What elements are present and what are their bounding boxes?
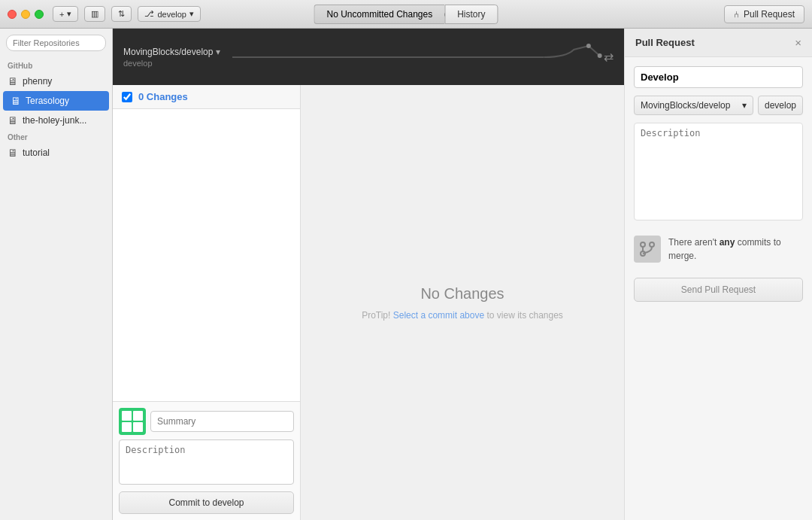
- tab-history[interactable]: History: [444, 5, 498, 24]
- no-changes-title: No Changes: [420, 285, 504, 303]
- branch-selector[interactable]: ⎇ develop ▾: [138, 6, 201, 22]
- main-tab-group: No Uncommitted Changes History: [314, 5, 498, 24]
- diff-icon: ⇅: [118, 9, 125, 19]
- graph-line-area: [232, 42, 604, 72]
- hint-link[interactable]: Select a commit above: [393, 310, 484, 321]
- chevron-down-icon: ▾: [189, 9, 194, 19]
- commit-button[interactable]: Commit to develop: [119, 491, 294, 514]
- add-button[interactable]: + ▾: [53, 6, 78, 22]
- close-button[interactable]: [8, 10, 17, 19]
- branch-dropdown-icon: ▾: [216, 47, 220, 57]
- changes-panel: 0 Changes: [113, 85, 301, 520]
- sidebar-item-the-holey-junk[interactable]: 🖥 the-holey-junk...: [0, 111, 112, 130]
- layout-button[interactable]: ▥: [84, 6, 105, 22]
- hint-protip: ProTip!: [362, 310, 393, 321]
- monitor-icon: 🖥: [8, 75, 18, 87]
- commit-icon-summary-row: [119, 408, 294, 435]
- repo-name-terasology: Terasology: [26, 96, 69, 106]
- pr-title-input[interactable]: [634, 66, 803, 88]
- pr-no-commits-bold: any: [720, 237, 735, 248]
- branch-name-tag: MovingBlocks/develop ▾: [123, 47, 220, 57]
- changes-list: [113, 109, 300, 401]
- description-textarea[interactable]: [119, 439, 294, 485]
- commit-form: Commit to develop: [113, 401, 300, 520]
- sidebar: GitHub 🖥 phenny 🖥 Terasology 🖥 the-holey…: [0, 29, 113, 520]
- pr-no-commits-prefix: There aren't: [668, 237, 720, 248]
- maximize-button[interactable]: [35, 10, 44, 19]
- chevron-down-icon: ▾: [742, 100, 747, 111]
- branch-name: develop: [157, 10, 186, 19]
- filter-repos-container: [6, 35, 106, 51]
- changes-count[interactable]: 0 Changes: [138, 91, 188, 102]
- pr-branch-row: MovingBlocks/develop ▾ develop: [634, 96, 803, 115]
- title-bar-right: ⑃ Pull Request: [724, 5, 804, 23]
- monitor-icon-active: 🖥: [11, 95, 21, 107]
- pr-panel-title: Pull Request: [635, 37, 695, 48]
- app-body: GitHub 🖥 phenny 🖥 Terasology 🖥 the-holey…: [0, 29, 812, 520]
- changes-header: 0 Changes: [113, 85, 300, 109]
- svg-point-3: [641, 242, 645, 247]
- pr-branch-from-selector[interactable]: MovingBlocks/develop ▾: [634, 96, 753, 115]
- no-changes-hint: ProTip! Select a commit above to view it…: [362, 310, 563, 321]
- svg-point-1: [586, 44, 591, 48]
- repo-name-tutorial: tutorial: [23, 147, 50, 158]
- diff-button[interactable]: ⇅: [111, 6, 132, 22]
- svg-point-4: [650, 242, 654, 247]
- chevron-down-icon: ▾: [67, 9, 71, 19]
- commit-icon-q4: [133, 422, 143, 432]
- merge-svg: [638, 240, 656, 258]
- plus-icon: +: [59, 10, 64, 19]
- pr-description-textarea[interactable]: [634, 123, 803, 220]
- minimize-button[interactable]: [21, 10, 30, 19]
- sync-icon[interactable]: ⇄: [604, 50, 614, 64]
- pr-no-commits-text: There aren't any commits to merge.: [668, 236, 803, 263]
- branch-icon: ⎇: [144, 9, 154, 19]
- pr-no-commits-section: There aren't any commits to merge.: [634, 228, 803, 270]
- toolbar-controls: + ▾ ▥ ⇅ ⎇ develop ▾: [53, 6, 201, 22]
- select-all-checkbox[interactable]: [122, 92, 132, 102]
- tab-uncommitted[interactable]: No Uncommitted Changes: [314, 5, 444, 24]
- sidebar-item-tutorial[interactable]: 🖥 tutorial: [0, 143, 112, 163]
- commit-icon-q3: [122, 422, 132, 432]
- summary-input[interactable]: [150, 411, 294, 432]
- pr-merge-icon: [634, 236, 661, 263]
- graph-area: MovingBlocks/develop ▾ develop ⇄: [113, 29, 624, 85]
- repo-name-phenny: phenny: [23, 76, 52, 87]
- sidebar-item-terasology[interactable]: 🖥 Terasology: [3, 91, 109, 111]
- other-section-label: Other: [0, 130, 112, 143]
- branch-label-area: MovingBlocks/develop ▾ develop: [123, 47, 220, 68]
- repo-name-holey: the-holey-junk...: [23, 115, 86, 126]
- window-controls: [8, 10, 44, 19]
- diff-area: No Changes ProTip! Select a commit above…: [301, 85, 624, 520]
- commit-icon-q1: [122, 411, 132, 421]
- pr-branch-into: develop: [758, 96, 803, 115]
- center-panel: MovingBlocks/develop ▾ develop ⇄: [113, 29, 624, 520]
- monitor-icon-2: 🖥: [8, 114, 18, 126]
- branch-develop-label: develop: [123, 59, 220, 68]
- title-bar: + ▾ ▥ ⇅ ⎇ develop ▾ 📁 mjuvekar7/Terasolo…: [0, 0, 812, 29]
- branch-path: MovingBlocks/develop: [123, 47, 213, 57]
- sidebar-item-phenny[interactable]: 🖥 phenny: [0, 71, 112, 91]
- pr-branch-from-label: MovingBlocks/develop: [641, 100, 730, 111]
- pr-body: MovingBlocks/develop ▾ develop: [625, 57, 812, 311]
- svg-point-2: [598, 53, 602, 58]
- pull-request-panel: Pull Request × MovingBlocks/develop ▾ de…: [624, 29, 812, 520]
- hint-suffix: to view its changes: [486, 310, 562, 321]
- send-pull-request-button[interactable]: Send Pull Request: [634, 278, 803, 302]
- graph-svg: [232, 42, 604, 72]
- github-section-label: GitHub: [0, 59, 112, 71]
- pr-panel-header: Pull Request ×: [625, 29, 812, 57]
- pr-close-button[interactable]: ×: [795, 36, 801, 49]
- pull-request-button[interactable]: ⑃ Pull Request: [724, 5, 804, 23]
- pull-request-icon: ⑃: [734, 9, 739, 20]
- commit-icon-q2: [133, 411, 143, 421]
- pull-request-label: Pull Request: [744, 9, 795, 20]
- monitor-icon-3: 🖥: [8, 147, 18, 159]
- changes-diff-row: 0 Changes: [113, 85, 624, 520]
- layout-icon: ▥: [91, 9, 98, 19]
- filter-repos-input[interactable]: [6, 35, 106, 51]
- commit-icon-box: [119, 408, 146, 435]
